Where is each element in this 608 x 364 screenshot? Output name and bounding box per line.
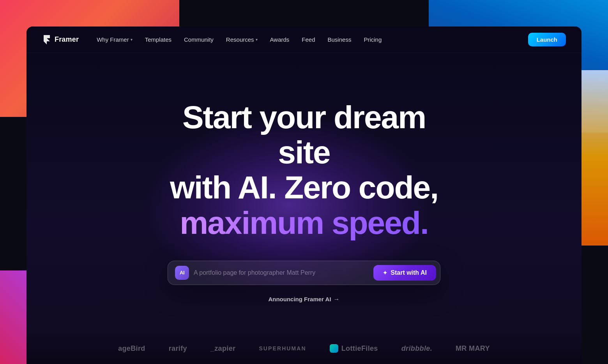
framer-logo-icon bbox=[42, 35, 51, 44]
nav-item-community[interactable]: Community bbox=[179, 33, 219, 46]
logo-zapier: _zapier bbox=[210, 345, 236, 353]
nav-item-awards[interactable]: Awards bbox=[265, 33, 295, 46]
sparkle-icon: ✦ bbox=[383, 270, 387, 276]
navbar: Framer Why Framer ▾ Templates Community … bbox=[27, 27, 581, 53]
nav-item-feed[interactable]: Feed bbox=[296, 33, 320, 46]
logo-mr-mary: MR MARY bbox=[456, 345, 490, 353]
brand-logo[interactable]: Framer bbox=[42, 35, 79, 44]
announcing-link[interactable]: Announcing Framer AI → bbox=[268, 296, 339, 303]
chevron-down-icon: ▾ bbox=[131, 37, 133, 42]
logo-agebird: ageBird bbox=[118, 345, 145, 353]
hero-title-line3: maximum speed. bbox=[180, 205, 428, 240]
launch-button[interactable]: Launch bbox=[528, 33, 566, 46]
start-ai-label: Start with AI bbox=[391, 269, 427, 276]
nav-item-business[interactable]: Business bbox=[322, 33, 357, 46]
nav-item-resources[interactable]: Resources ▾ bbox=[221, 33, 263, 46]
hero-title: Start your dream site with AI. Zero code… bbox=[156, 100, 452, 240]
start-with-ai-button[interactable]: ✦ Start with AI bbox=[373, 265, 436, 281]
brand-name: Framer bbox=[55, 35, 79, 44]
main-panel: Framer Why Framer ▾ Templates Community … bbox=[27, 27, 581, 364]
hero-section: Start your dream site with AI. Zero code… bbox=[27, 53, 581, 303]
nav-links: Why Framer ▾ Templates Community Resourc… bbox=[91, 33, 528, 46]
chevron-down-icon: ▾ bbox=[256, 37, 258, 42]
logo-superhuman: SUPERHUMAN bbox=[259, 345, 306, 352]
logo-rarify: rarify bbox=[169, 345, 187, 353]
lottiefiles-icon bbox=[330, 344, 338, 353]
ai-search-box: AI ✦ Start with AI bbox=[168, 261, 440, 285]
logo-lottiefiles: LottieFiles bbox=[330, 344, 378, 353]
ai-icon-wrapper: AI bbox=[175, 266, 189, 280]
navbar-right: Launch bbox=[528, 33, 566, 46]
nav-item-pricing[interactable]: Pricing bbox=[358, 33, 387, 46]
announcing-text: Announcing Framer AI bbox=[268, 296, 331, 302]
nav-item-why-framer[interactable]: Why Framer ▾ bbox=[91, 33, 138, 46]
logo-dribbble: dribbble. bbox=[401, 345, 432, 353]
arrow-icon: → bbox=[334, 296, 340, 303]
hero-title-line2: with AI. Zero code, bbox=[170, 170, 438, 205]
nav-item-templates[interactable]: Templates bbox=[140, 33, 177, 46]
ai-icon: AI bbox=[180, 270, 184, 276]
ai-prompt-input[interactable] bbox=[194, 269, 369, 276]
hero-title-line1: Start your dream site bbox=[182, 99, 426, 170]
logos-strip: ageBird rarify _zapier SUPERHUMAN Lottie… bbox=[27, 333, 581, 364]
